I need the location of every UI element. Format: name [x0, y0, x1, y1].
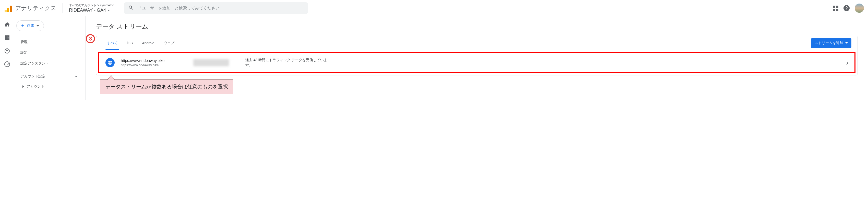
search-bar[interactable]	[124, 2, 308, 14]
sidebar-list: 管理 設定 設定アシスタント アカウント設定 アカウント	[16, 37, 82, 92]
stream-name: https://www.rideaway.bike	[121, 58, 187, 63]
redacted-measurement-id	[193, 59, 229, 66]
tab-web[interactable]: ウェブ	[159, 36, 179, 50]
icon-rail	[0, 16, 14, 100]
sidebar-subitem-account[interactable]: アカウント	[16, 82, 82, 92]
sidebar-item-settings[interactable]: 設定	[16, 47, 82, 58]
annotation-step-badge: 3	[86, 34, 95, 43]
search-input[interactable]	[138, 6, 304, 10]
header-right: ?	[833, 4, 864, 13]
reports-icon[interactable]	[4, 35, 10, 41]
plus-icon: +	[21, 23, 24, 28]
breadcrumb: すべてのアカウント > symmetric	[69, 3, 114, 8]
property-name-line: RIDEAWAY - GA4	[69, 8, 114, 13]
stream-info: https://www.rideaway.bike https://www.ri…	[121, 58, 187, 67]
chevron-down-icon	[107, 10, 110, 11]
advertising-icon[interactable]	[4, 61, 10, 67]
app-header: アナリティクス すべてのアカウント > symmetric RIDEAWAY -…	[0, 0, 868, 16]
apps-icon[interactable]	[833, 6, 838, 11]
help-icon[interactable]: ?	[843, 5, 849, 11]
add-stream-button[interactable]: ストリームを追加	[811, 38, 851, 48]
sidebar-subitem-label: アカウント	[27, 84, 44, 89]
chevron-right-icon: ›	[846, 59, 848, 67]
sidebar-section-account[interactable]: アカウント設定	[16, 71, 82, 82]
logo-area: アナリティクス	[4, 4, 56, 12]
chevron-up-icon	[75, 76, 78, 77]
chevron-down-icon	[36, 25, 39, 27]
stream-url: https://www.rideaway.bike	[121, 63, 187, 67]
property-name: RIDEAWAY - GA4	[69, 8, 106, 13]
create-button[interactable]: + 作成	[16, 21, 44, 31]
property-selector[interactable]: すべてのアカウント > symmetric RIDEAWAY - GA4	[69, 3, 114, 13]
tab-ios[interactable]: iOS	[122, 36, 137, 50]
tab-android[interactable]: Android	[137, 36, 159, 50]
page-title: データ ストリーム	[96, 23, 858, 31]
admin-sidebar: + 作成 管理 設定 設定アシスタント アカウント設定 アカウント	[14, 16, 86, 100]
search-icon	[128, 5, 134, 11]
triangle-right-icon	[23, 85, 24, 88]
body-wrap: + 作成 管理 設定 設定アシスタント アカウント設定 アカウント 3 データ …	[0, 16, 868, 100]
tab-row: すべて iOS Android ウェブ ストリームを追加	[96, 36, 858, 50]
main-content: 3 データ ストリーム すべて iOS Android ウェブ ストリームを追加	[86, 16, 868, 100]
home-icon[interactable]	[4, 22, 10, 28]
data-streams-card: すべて iOS Android ウェブ ストリームを追加 https://www…	[96, 36, 858, 75]
annotation-callout: データストリームが複数ある場合は任意のものを選択	[100, 79, 233, 94]
web-globe-icon	[105, 58, 115, 67]
analytics-logo-icon	[4, 4, 12, 12]
explore-icon[interactable]	[4, 48, 10, 54]
product-name: アナリティクス	[15, 4, 56, 12]
stream-status: 過去 48 時間にトラフィック データを受信しています。	[245, 57, 332, 68]
chevron-down-icon	[845, 42, 848, 43]
sidebar-section-label: アカウント設定	[21, 74, 45, 79]
tab-all[interactable]: すべて	[102, 36, 122, 50]
create-button-label: 作成	[27, 24, 34, 28]
sidebar-item-setup-assistant[interactable]: 設定アシスタント	[16, 58, 82, 69]
avatar[interactable]	[855, 4, 864, 13]
stream-row[interactable]: https://www.rideaway.bike https://www.ri…	[98, 52, 856, 73]
add-stream-label: ストリームを追加	[815, 41, 843, 45]
sidebar-item-admin[interactable]: 管理	[16, 37, 82, 47]
